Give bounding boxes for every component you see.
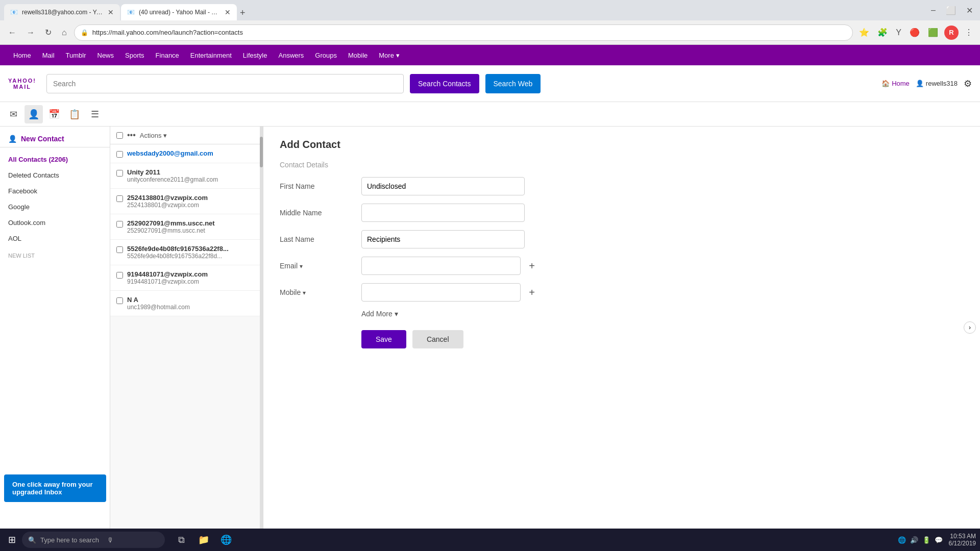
- app-toolbar: ✉ 👤 📅 📋 ☰: [0, 102, 980, 127]
- sidebar-item-aol[interactable]: AOL: [0, 231, 110, 246]
- menu-icon-1[interactable]: 🔴: [908, 26, 922, 39]
- taskbar-mic-icon[interactable]: 🎙: [107, 536, 114, 544]
- list-icon-toolbar[interactable]: ☰: [86, 105, 104, 123]
- more-options-icon[interactable]: •••: [127, 131, 136, 140]
- search-contacts-button[interactable]: Search Contacts: [410, 74, 479, 93]
- contact-checkbox[interactable]: [116, 246, 123, 253]
- new-tab-button[interactable]: +: [238, 6, 248, 20]
- list-item[interactable]: Unity 2011 unityconference2011@gmail.com: [110, 163, 263, 189]
- home-browser-button[interactable]: ⌂: [59, 26, 70, 39]
- extensions-icon[interactable]: 🧩: [875, 26, 890, 39]
- middle-name-input[interactable]: [361, 204, 525, 222]
- last-name-input[interactable]: [361, 230, 525, 248]
- back-button[interactable]: ←: [5, 26, 19, 39]
- nav-finance[interactable]: Finance: [151, 45, 184, 65]
- scrollbar-thumb[interactable]: [260, 137, 263, 167]
- browser-tab-2[interactable]: 📧 (40 unread) - Yahoo Mail - Yahoo ... ✕: [121, 4, 237, 20]
- save-button[interactable]: Save: [361, 330, 406, 348]
- contact-checkbox[interactable]: [116, 272, 123, 279]
- user-avatar-browser[interactable]: R: [944, 26, 959, 40]
- email-type-dropdown[interactable]: ▾: [300, 263, 303, 270]
- nav-more[interactable]: More ▾: [374, 45, 404, 65]
- list-item[interactable]: 2529027091@mms.uscc.net 2529027091@mms.u…: [110, 214, 263, 240]
- browser-tab-1[interactable]: 📧 rewells318@yahoo.com - Yahoo ... ✕: [4, 4, 120, 20]
- notifications-icon[interactable]: 💬: [935, 536, 943, 544]
- bookmark-icon[interactable]: ⭐: [857, 26, 871, 39]
- browser-menu-icon[interactable]: ⋮: [963, 26, 975, 39]
- add-mobile-button[interactable]: +: [529, 287, 535, 298]
- search-web-button[interactable]: Search Web: [485, 74, 541, 93]
- contact-checkbox[interactable]: [116, 151, 123, 158]
- sidebar-item-facebook[interactable]: Facebook: [0, 183, 110, 199]
- menu-icon-2[interactable]: 🟩: [926, 26, 940, 39]
- sidebar-item-outlook[interactable]: Outlook.com: [0, 215, 110, 231]
- calendar-icon-toolbar[interactable]: 📅: [45, 105, 63, 123]
- tab2-close-icon[interactable]: ✕: [225, 8, 231, 16]
- chrome-icon[interactable]: 🌐: [216, 530, 236, 550]
- sidebar-item-google[interactable]: Google: [0, 199, 110, 215]
- notepad-icon-toolbar[interactable]: 📋: [65, 105, 84, 123]
- actions-button[interactable]: Actions ▾: [140, 132, 167, 139]
- contact-checkbox[interactable]: [116, 195, 123, 202]
- mobile-type-dropdown[interactable]: ▾: [303, 289, 306, 296]
- sidebar-item-label: Deleted Contacts: [8, 171, 59, 179]
- taskbar-sys-icons: 🌐 🔊 🔋 💬: [898, 536, 943, 544]
- contact-checkbox[interactable]: [116, 170, 123, 177]
- nav-answers[interactable]: Answers: [273, 45, 309, 65]
- file-explorer-icon[interactable]: 📁: [193, 530, 214, 550]
- start-button[interactable]: ⊞: [4, 532, 20, 547]
- search-input[interactable]: [46, 74, 404, 93]
- new-list-label[interactable]: New List: [0, 251, 110, 261]
- nav-lifestyle[interactable]: Lifestyle: [238, 45, 273, 65]
- list-item[interactable]: websdady2000@gmail.com: [110, 144, 263, 163]
- header-home-link[interactable]: 🏠 Home: [881, 80, 910, 87]
- date: 6/12/2019: [949, 540, 976, 547]
- address-bar[interactable]: 🔒 https://mail.yahoo.com/neo/launch?acti…: [74, 24, 853, 41]
- email-input[interactable]: [361, 257, 521, 275]
- sidebar-item-label: Facebook: [8, 187, 37, 195]
- nav-home[interactable]: Home: [8, 45, 36, 65]
- taskview-icon[interactable]: ⧉: [171, 530, 191, 550]
- list-item[interactable]: N A unc1989@hotmail.com: [110, 291, 263, 316]
- contact-checkbox[interactable]: [116, 297, 123, 304]
- scroll-right-icon[interactable]: ›: [964, 321, 976, 334]
- yahoo-icon[interactable]: Y: [894, 26, 903, 39]
- add-more-button[interactable]: Add More ▾: [361, 310, 398, 318]
- nav-sports[interactable]: Sports: [120, 45, 150, 65]
- nav-entertainment[interactable]: Entertainment: [185, 45, 237, 65]
- minimize-button[interactable]: –: [928, 4, 939, 17]
- taskbar-app-icons: ⧉ 📁 🌐: [171, 530, 236, 550]
- mobile-input[interactable]: [361, 283, 521, 302]
- contact-checkbox[interactable]: [116, 221, 123, 228]
- contacts-icon-toolbar[interactable]: 👤: [24, 105, 43, 123]
- select-all-checkbox[interactable]: [116, 132, 123, 139]
- nav-tumblr[interactable]: Tumblr: [61, 45, 91, 65]
- settings-icon[interactable]: ⚙: [964, 78, 972, 89]
- tab1-close-icon[interactable]: ✕: [108, 8, 114, 16]
- mobile-label: Mobile ▾: [280, 288, 361, 296]
- nav-mobile[interactable]: Mobile: [343, 45, 373, 65]
- forward-button[interactable]: →: [23, 26, 38, 39]
- mail-icon-toolbar[interactable]: ✉: [4, 105, 22, 123]
- header-user-link[interactable]: 👤 rewells318: [916, 80, 958, 87]
- scrollbar[interactable]: [260, 127, 263, 529]
- nav-news[interactable]: News: [92, 45, 119, 65]
- cancel-button[interactable]: Cancel: [412, 330, 463, 348]
- add-more-arrow-icon: ▾: [395, 310, 398, 318]
- list-item[interactable]: 5526fe9de4b08fc9167536a22f8... 5526fe9de…: [110, 240, 263, 265]
- add-email-button[interactable]: +: [529, 260, 535, 272]
- reload-button[interactable]: ↻: [42, 26, 55, 39]
- close-button[interactable]: ✕: [963, 4, 976, 17]
- add-more-label: Add More: [361, 310, 393, 318]
- taskbar-search-bar[interactable]: 🔍 Type here to search 🎙: [22, 532, 165, 548]
- upgrade-banner[interactable]: One click away from your upgraded Inbox: [4, 474, 106, 502]
- list-item[interactable]: 9194481071@vzwpix.com 9194481071@vzwpix.…: [110, 265, 263, 291]
- new-contact-button[interactable]: 👤 New Contact: [0, 131, 110, 147]
- list-item[interactable]: 2524138801@vzwpix.com 2524138801@vzwpix.…: [110, 189, 263, 214]
- maximize-button[interactable]: ⬜: [943, 4, 959, 17]
- sidebar-item-deleted-contacts[interactable]: Deleted Contacts: [0, 167, 110, 183]
- nav-groups[interactable]: Groups: [310, 45, 342, 65]
- sidebar-item-all-contacts[interactable]: All Contacts (2206): [0, 152, 110, 167]
- nav-mail[interactable]: Mail: [37, 45, 60, 65]
- first-name-input[interactable]: [361, 177, 525, 195]
